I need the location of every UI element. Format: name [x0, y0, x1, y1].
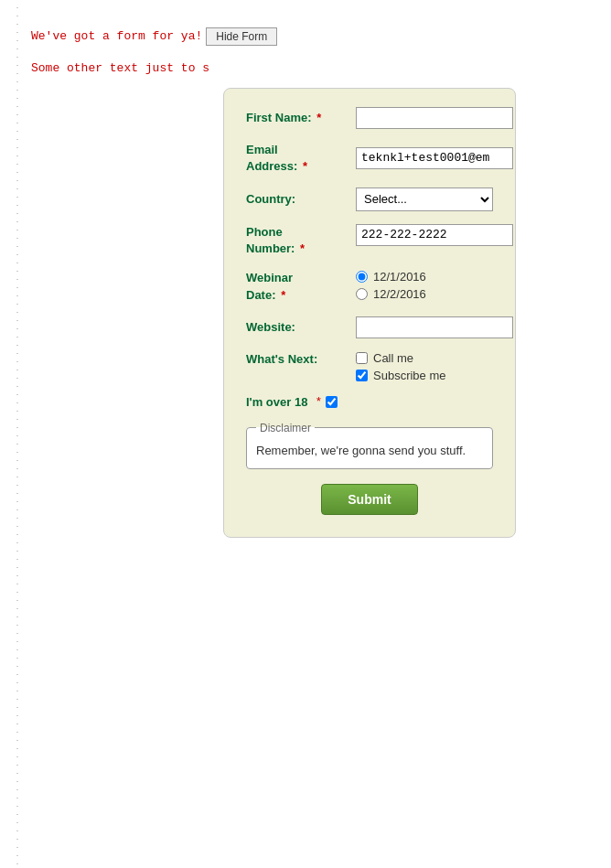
over18-label: I'm over 18 [246, 395, 307, 409]
website-row: Website: [246, 316, 493, 338]
over18-required: * [315, 395, 322, 409]
email-input[interactable] [356, 147, 513, 169]
webinar-date2-radio[interactable] [356, 288, 368, 300]
call-me-checkbox[interactable] [356, 352, 368, 364]
subscribe-me-checkbox[interactable] [356, 370, 368, 381]
country-select[interactable]: Select... United States Canada United Ki… [356, 188, 493, 211]
call-me-label: Call me [373, 351, 413, 365]
webinar-date2-label: 12/2/2016 [373, 287, 426, 301]
webinar-label: Webinar Date: * [246, 270, 356, 303]
webinar-required: * [281, 288, 285, 302]
form-container: First Name: * Email Address: * Country: … [223, 88, 516, 539]
over18-row: I'm over 18 * [246, 395, 493, 409]
first-name-input[interactable] [356, 107, 513, 129]
phone-input[interactable] [356, 224, 513, 246]
country-label: Country: [246, 191, 356, 208]
over18-checkbox[interactable] [326, 396, 338, 408]
phone-row: Phone Number: * [246, 224, 493, 257]
country-row: Country: Select... United States Canada … [246, 188, 493, 211]
website-label: Website: [246, 319, 356, 336]
first-name-required: * [316, 111, 321, 124]
webinar-date1-option[interactable]: 12/1/2016 [356, 270, 426, 284]
email-required: * [303, 159, 307, 173]
whats-next-row: What's Next: Call me Subscribe me [246, 351, 493, 382]
phone-label: Phone Number: * [246, 224, 356, 257]
top-text-line1: We've got a form for ya! [31, 27, 202, 47]
whats-next-label: What's Next: [246, 351, 356, 368]
submit-button[interactable]: Submit [321, 484, 417, 515]
webinar-row: Webinar Date: * 12/1/2016 12/2/2016 [246, 270, 493, 303]
hide-form-button[interactable]: Hide Form [206, 27, 277, 46]
first-name-label: First Name: * [246, 110, 356, 126]
webinar-radio-group: 12/1/2016 12/2/2016 [356, 270, 426, 301]
email-label: Email Address: * [246, 142, 356, 175]
top-text-line2: Some other text just to s [31, 59, 602, 79]
subscribe-me-label: Subscribe me [373, 369, 445, 382]
disclaimer-fieldset: Disclaimer Remember, we're gonna send yo… [246, 422, 493, 470]
subscribe-me-option[interactable]: Subscribe me [356, 369, 445, 382]
webinar-date1-radio[interactable] [356, 271, 368, 283]
webinar-date1-label: 12/1/2016 [373, 270, 426, 284]
disclaimer-legend: Disclaimer [256, 422, 315, 434]
disclaimer-text: Remember, we're gonna send you stuff. [256, 442, 483, 460]
first-name-row: First Name: * [246, 107, 493, 129]
webinar-date2-option[interactable]: 12/2/2016 [356, 287, 426, 301]
whats-next-checkbox-group: Call me Subscribe me [356, 351, 445, 382]
call-me-option[interactable]: Call me [356, 351, 445, 365]
email-row: Email Address: * [246, 142, 493, 175]
website-input[interactable] [356, 316, 513, 338]
phone-required: * [300, 241, 305, 255]
